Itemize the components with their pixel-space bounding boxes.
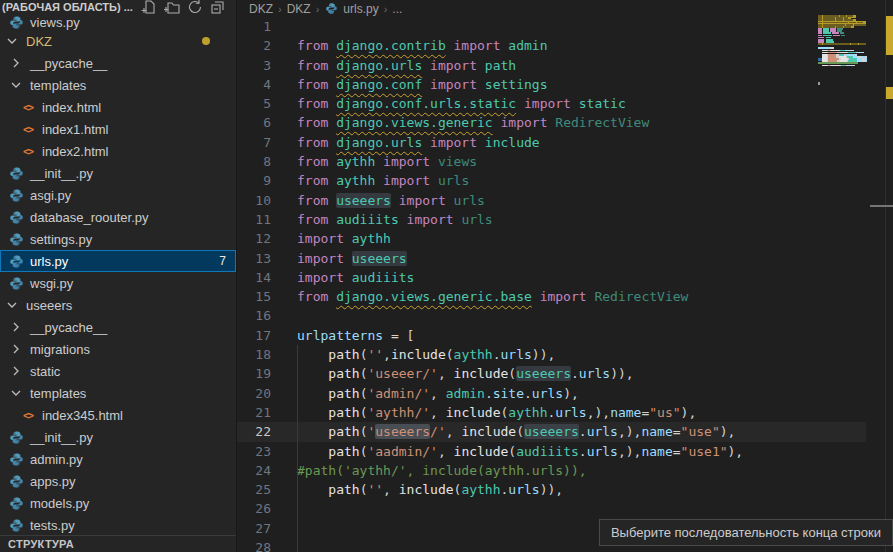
- line-number[interactable]: 27: [237, 519, 271, 538]
- code-text[interactable]: from useeers import urls: [297, 191, 485, 210]
- code-line-6[interactable]: 6from django.views.generic import Redire…: [237, 113, 866, 132]
- tree-item--pycache-[interactable]: __pycache__: [0, 316, 236, 338]
- breadcrumb-item[interactable]: urls.py: [324, 1, 378, 16]
- code-line-4[interactable]: 4from django.conf import settings: [237, 75, 866, 94]
- new-file-icon[interactable]: [141, 0, 157, 15]
- line-number[interactable]: 11: [237, 210, 271, 229]
- line-number[interactable]: 21: [237, 403, 271, 422]
- code-line-3[interactable]: 3from django.urls import path: [237, 56, 866, 75]
- line-number[interactable]: 26: [237, 499, 271, 518]
- code-line-23[interactable]: 23 path('aadmin/', include(audiiits.urls…: [237, 442, 866, 461]
- code-line-12[interactable]: 12import aythh: [237, 229, 866, 248]
- code-line-1[interactable]: 1: [237, 17, 866, 36]
- minimap[interactable]: [818, 4, 866, 254]
- line-number[interactable]: 4: [237, 75, 271, 94]
- tree-item-apps-py[interactable]: apps.py: [0, 470, 236, 492]
- line-number[interactable]: 3: [237, 56, 271, 75]
- code-text[interactable]: path('aadmin/', include(audiiits.urls,),…: [297, 442, 743, 461]
- line-number[interactable]: 17: [237, 326, 271, 345]
- code-line-25[interactable]: 25 path('', include(aythh.urls)),: [237, 480, 866, 499]
- code-line-14[interactable]: 14import audiiits: [237, 268, 866, 287]
- code-line-11[interactable]: 11from audiiits import urls: [237, 210, 866, 229]
- code-text[interactable]: from aythh import urls: [297, 171, 469, 190]
- line-number[interactable]: 19: [237, 364, 271, 383]
- tree-item-index2-html[interactable]: <>index2.html: [0, 140, 236, 162]
- code-text[interactable]: from django.conf import settings: [297, 75, 547, 94]
- tree-item--init-py[interactable]: __init__.py: [0, 162, 236, 184]
- code-text[interactable]: path('useeers/', include(useeers.urls,),…: [297, 422, 735, 441]
- code-line-18[interactable]: 18 path('',include(aythh.urls)),: [237, 345, 866, 364]
- code-line-10[interactable]: 10from useeers import urls: [237, 191, 866, 210]
- code-line-7[interactable]: 7from django.urls import include: [237, 133, 866, 152]
- code-text[interactable]: from audiiits import urls: [297, 210, 493, 229]
- tree-item-templates[interactable]: templates: [0, 74, 236, 96]
- breadcrumb-item[interactable]: ...: [392, 2, 402, 16]
- tree-item-useeers[interactable]: useeers: [0, 294, 236, 316]
- line-number[interactable]: 9: [237, 171, 271, 190]
- code-line-24[interactable]: 24#path('aythh/', include(aythh.urls)),: [237, 461, 866, 480]
- tree-item-index345-html[interactable]: <>index345.html: [0, 404, 236, 426]
- code-text[interactable]: import aythh: [297, 229, 391, 248]
- code-line-20[interactable]: 20 path('admin/', admin.site.urls),: [237, 384, 866, 403]
- code-text[interactable]: path('useeer/', include(useeers.urls)),: [297, 364, 634, 383]
- refresh-icon[interactable]: [187, 0, 203, 15]
- new-folder-icon[interactable]: [164, 0, 180, 15]
- code-text[interactable]: path('aythh/', include(aythh.urls,),name…: [297, 403, 696, 422]
- line-number[interactable]: 24: [237, 461, 271, 480]
- code-line-21[interactable]: 21 path('aythh/', include(aythh.urls,),n…: [237, 403, 866, 422]
- code-text[interactable]: path('', include(aythh.urls)),: [297, 480, 563, 499]
- code-text[interactable]: #path('aythh/', include(aythh.urls)),: [297, 461, 587, 480]
- line-number[interactable]: 1: [237, 17, 271, 36]
- code-line-2[interactable]: 2from django.contrib import admin: [237, 36, 866, 55]
- code-line-8[interactable]: 8from aythh import views: [237, 152, 866, 171]
- code-text[interactable]: from django.views.generic.base import Re…: [297, 287, 688, 306]
- collapse-all-icon[interactable]: [210, 0, 226, 15]
- code-line-22[interactable]: 22 path('useeers/', include(useeers.urls…: [237, 422, 866, 441]
- code-text[interactable]: from django.conf.urls.static import stat…: [297, 94, 626, 113]
- line-number[interactable]: 20: [237, 384, 271, 403]
- tree-item-database-roouter-py[interactable]: database_roouter.py: [0, 206, 236, 228]
- code-text[interactable]: from aythh import views: [297, 152, 477, 171]
- code-line-17[interactable]: 17urlpatterns = [: [237, 326, 866, 345]
- code-line-13[interactable]: 13import useeers: [237, 249, 866, 268]
- code-text[interactable]: path('admin/', admin.site.urls),: [297, 384, 579, 403]
- line-number[interactable]: 22: [237, 422, 271, 441]
- breadcrumb-item[interactable]: DKZ: [249, 2, 273, 16]
- outline-section-header[interactable]: СТРУКТУРА: [0, 535, 236, 552]
- tree-item--pycache-[interactable]: __pycache__: [0, 52, 236, 74]
- code-line-16[interactable]: 16: [237, 306, 866, 325]
- line-number[interactable]: 15: [237, 287, 271, 306]
- tree-item-asgi-py[interactable]: asgi.py: [0, 184, 236, 206]
- line-number[interactable]: 2: [237, 36, 271, 55]
- line-number[interactable]: 6: [237, 113, 271, 132]
- tree-item-templates[interactable]: templates: [0, 382, 236, 404]
- code-line-5[interactable]: 5from django.conf.urls.static import sta…: [237, 94, 866, 113]
- line-number[interactable]: 12: [237, 229, 271, 248]
- code-text[interactable]: import audiiits: [297, 268, 414, 287]
- code-line-15[interactable]: 15from django.views.generic.base import …: [237, 287, 866, 306]
- tree-item-models-py[interactable]: models.py: [0, 492, 236, 514]
- tree-item-admin-py[interactable]: admin.py: [0, 448, 236, 470]
- code-text[interactable]: from django.urls import path: [297, 56, 516, 75]
- line-number[interactable]: 7: [237, 133, 271, 152]
- line-number[interactable]: 14: [237, 268, 271, 287]
- tree-item-migrations[interactable]: migrations: [0, 338, 236, 360]
- tree-item--init-py[interactable]: __init__.py: [0, 426, 236, 448]
- tree-item-index1-html[interactable]: <>index1.html: [0, 118, 236, 140]
- tree-item-index-html[interactable]: <>index.html: [0, 96, 236, 118]
- code-text[interactable]: from django.contrib import admin: [297, 36, 547, 55]
- line-number[interactable]: 10: [237, 191, 271, 210]
- tree-item-tests-py[interactable]: tests.py: [0, 514, 236, 536]
- line-number[interactable]: 23: [237, 442, 271, 461]
- code-text[interactable]: path('',include(aythh.urls)),: [297, 345, 555, 364]
- tree-item-settings-py[interactable]: settings.py: [0, 228, 236, 250]
- line-number[interactable]: 28: [237, 538, 271, 552]
- tree-item-static[interactable]: static: [0, 360, 236, 382]
- tree-item-wsgi-py[interactable]: wsgi.py: [0, 272, 236, 294]
- line-number[interactable]: 5: [237, 94, 271, 113]
- line-number[interactable]: 18: [237, 345, 271, 364]
- line-number[interactable]: 8: [237, 152, 271, 171]
- line-number[interactable]: 16: [237, 306, 271, 325]
- code-line-26[interactable]: 26: [237, 499, 866, 518]
- line-number[interactable]: 25: [237, 480, 271, 499]
